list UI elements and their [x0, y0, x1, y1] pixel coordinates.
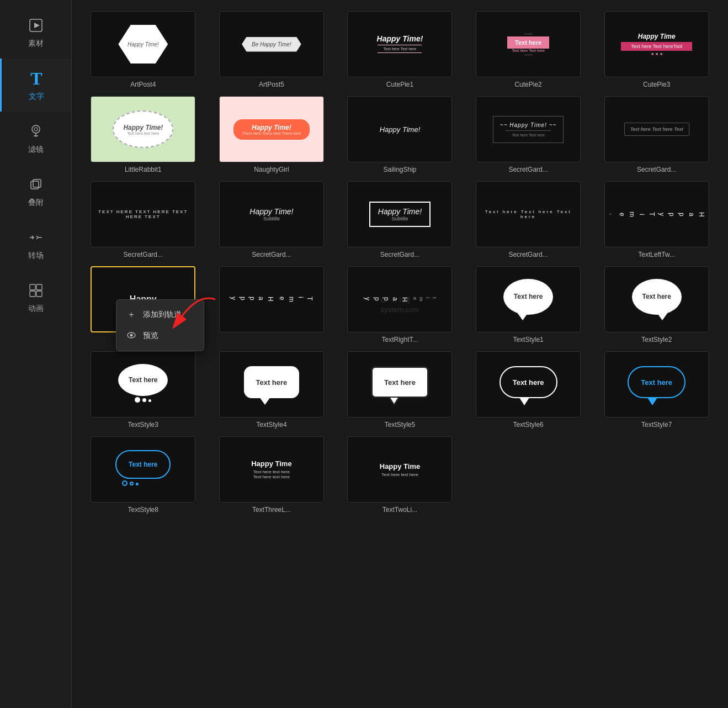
context-menu-add-track[interactable]: + 添加到轨道	[116, 304, 204, 325]
svg-point-2	[32, 125, 40, 133]
sidebar-label-animation: 动画	[28, 304, 44, 314]
sg4-title: Happy Time!	[249, 207, 293, 216]
svg-rect-11	[36, 284, 42, 290]
thumbnail-cutepie3: Happy Time Text here Text hereTool ★ ★ ★	[604, 11, 709, 77]
sg1-sub: Text here Text here	[500, 133, 557, 137]
artpost5-label: ArtPost5	[259, 81, 284, 88]
sg5-inner: Happy Time! Subtitle	[369, 202, 431, 227]
main-content: G X I 网system.com Happy Time! ArtPost4 B…	[72, 0, 728, 708]
sg3-text: Text here Text here Text here Text	[91, 209, 195, 219]
grid-item-secretgard1[interactable]: ~~ Happy Time! ~~ Text here Text here Se…	[468, 96, 589, 173]
thumbnail-secretgard4: Happy Time! Subtitle	[219, 181, 324, 247]
svg-rect-12	[30, 291, 35, 297]
cutepie1-label: CutePie1	[386, 81, 413, 88]
overlay-icon	[26, 175, 46, 194]
thumbnail-textstyle2: Text here	[604, 266, 709, 332]
bubble1-text: Text here	[503, 279, 553, 315]
sidebar-item-animation[interactable]: 动画	[0, 271, 71, 324]
grid-item-secretgard5[interactable]: Happy Time! Subtitle SecretGard...	[339, 181, 460, 258]
grid-item-secretgard2[interactable]: Text here Text here Text SecretGard...	[596, 96, 717, 173]
sidebar-item-transition[interactable]: 转场	[0, 218, 71, 271]
sidebar-item-material[interactable]: 素材	[0, 6, 71, 59]
thumbnail-secretgard2: Text here Text here Text	[604, 96, 709, 162]
ttl-line2: Text here text here	[251, 474, 291, 479]
cutepie3-sub: Text here Text hereTool	[621, 42, 692, 51]
cutepie3-label: CutePie3	[643, 81, 670, 88]
thumbnail-textstyle8: Text here	[91, 436, 195, 503]
grid-item-texttwolines[interactable]: Happy Time Text here text here TextTwoLi…	[339, 436, 460, 514]
thumbnail-cutepie1: Happy Time! Text here Text here	[347, 11, 452, 77]
grid-item-artpost5[interactable]: Be Happy Time! ArtPost5	[211, 11, 332, 88]
sg1-line	[506, 130, 551, 131]
cutepie1-line1	[378, 45, 422, 45]
grid-item-textstyle7[interactable]: Text here TextStyle7	[596, 351, 717, 429]
ss-inner: Happy Time!	[380, 125, 421, 134]
secretgard4-label: SecretGard...	[252, 251, 291, 258]
sidebar-item-text[interactable]: T 文字	[0, 59, 71, 112]
ttl-title: Happy Time	[251, 459, 291, 468]
sidebar-item-overlay[interactable]: 叠附	[0, 165, 71, 218]
cloud-dot-1	[135, 397, 140, 403]
item-grid: Happy Time! ArtPost4 Be Happy Time! ArtP…	[83, 11, 717, 514]
textrightt-label: TextRightT...	[381, 336, 418, 344]
grid-item-textstyle6[interactable]: Text here TextStyle6	[468, 351, 589, 429]
grid-item-textn[interactable]: Happy TextN... + 添加到轨道 预览	[83, 266, 204, 344]
thumbnail-sailingship: Happy Time!	[347, 96, 452, 162]
speech4-text: Text here	[244, 366, 299, 398]
textstyle2-label: TextStyle2	[641, 336, 672, 344]
speech4-tail	[259, 397, 270, 405]
thumbnail-secretgard1: ~~ Happy Time! ~~ Text here Text here	[476, 96, 581, 162]
grid-item-textmid1[interactable]: Happy Time	[211, 266, 332, 344]
secretgard3-label: SecretGard...	[124, 251, 163, 258]
svg-rect-6	[31, 181, 39, 189]
grid-item-textstyle3[interactable]: Text here TextStyle3	[83, 351, 204, 429]
cutepie2-sub: Text here Text here	[507, 49, 549, 52]
speech8-dots	[122, 480, 139, 486]
grid-item-cutepie1[interactable]: Happy Time! Text here Text here CutePie1	[339, 11, 460, 88]
secretgard5-label: SecretGard...	[380, 251, 419, 258]
svg-rect-7	[33, 179, 41, 187]
cutepie2-label: CutePie2	[514, 81, 541, 88]
thumbnail-naughtygirl: Happy Time! There here There here There …	[219, 96, 324, 162]
thumbnail-textmid1: Happy Time	[219, 266, 324, 332]
grid-item-littlerabbit1[interactable]: Happy Time! Text here text here LittleRa…	[83, 96, 204, 173]
textstyle6-speech: Text here	[499, 366, 557, 398]
thumbnail-secretgard3: Text here Text here Text here Text	[91, 181, 195, 247]
sidebar-item-filter[interactable]: 滤镜	[0, 112, 71, 165]
grid-item-textrightt[interactable]: Happy time TextRightT...	[339, 266, 460, 344]
svg-rect-13	[36, 291, 42, 297]
grid-item-textlefttw[interactable]: HappyTime. TextLeftTw...	[596, 181, 717, 258]
grid-item-textstyle2[interactable]: Text here TextStyle2	[596, 266, 717, 344]
speech7-text: Text here	[628, 366, 686, 398]
grid-item-textstyle1[interactable]: Text here TextStyle1	[468, 266, 589, 344]
speech7-tail	[647, 398, 657, 405]
grid-item-textstyle4[interactable]: Text here TextStyle4	[211, 351, 332, 429]
grid-item-cutepie2[interactable]: ~~~ Text here Text here Text here ~~~ Cu…	[468, 11, 589, 88]
grid-item-textstyle8[interactable]: Text here TextStyle8	[83, 436, 204, 514]
svg-point-15	[130, 334, 133, 337]
secretgard1-label: SecretGard...	[508, 166, 548, 173]
grid-item-secretgard3[interactable]: Text here Text here Text here Text Secre…	[83, 181, 204, 258]
secretgard2-label: SecretGard...	[637, 166, 676, 173]
thumbnail-texttwolines: Happy Time Text here text here	[347, 436, 452, 503]
grid-item-secretgard4[interactable]: Happy Time! Subtitle SecretGard...	[211, 181, 332, 258]
thumbnail-artpost4: Happy Time!	[91, 11, 195, 77]
grid-item-secretgard6[interactable]: Text here Text here Text here SecretGard…	[468, 181, 589, 258]
tlt-text: HappyTime.	[607, 212, 706, 217]
grid-item-cutepie3[interactable]: Happy Time Text here Text hereTool ★ ★ ★…	[596, 11, 717, 88]
grid-item-naughtygirl[interactable]: Happy Time! There here There here There …	[211, 96, 332, 173]
textstyle3-label: TextStyle3	[128, 421, 158, 429]
textstyle1-bubble: Text here	[503, 279, 553, 315]
grid-item-textthreeline[interactable]: Happy Time Text here text here Text here…	[211, 436, 332, 514]
transition-icon	[26, 228, 46, 247]
sg6-text: Text here Text here Text here	[476, 209, 580, 219]
svg-rect-10	[30, 284, 35, 290]
grid-item-artpost4[interactable]: Happy Time! ArtPost4	[83, 11, 204, 88]
grid-item-sailingship[interactable]: Happy Time! SailingShip	[339, 96, 460, 173]
context-menu-preview[interactable]: 预览	[116, 325, 204, 346]
secretgard6-label: SecretGard...	[508, 251, 548, 258]
speech5-tail-inner	[390, 398, 398, 404]
grid-item-textstyle5[interactable]: Text here TextStyle5	[339, 351, 460, 429]
add-track-label: 添加到轨道	[143, 310, 182, 320]
thumbnail-textstyle1: Text here	[476, 266, 581, 332]
